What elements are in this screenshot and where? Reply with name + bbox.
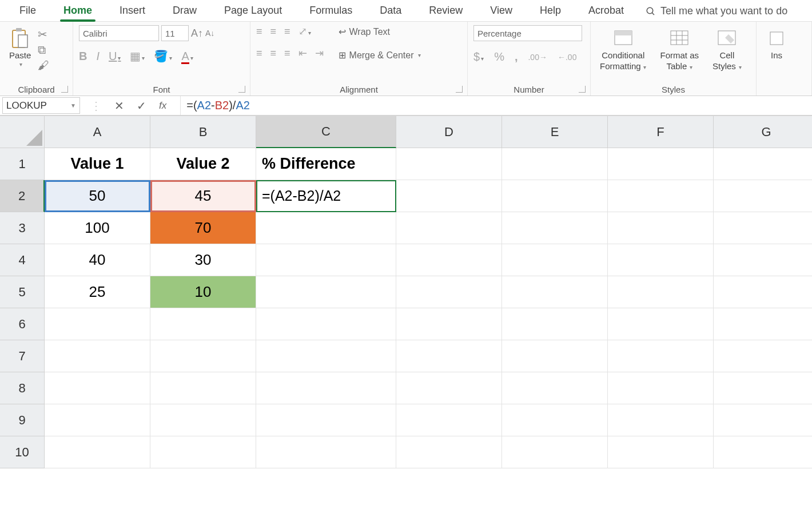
tab-formulas[interactable]: Formulas: [296, 1, 366, 21]
cell-e1[interactable]: [502, 148, 608, 180]
clipboard-launcher[interactable]: [61, 86, 68, 93]
col-header-g[interactable]: G: [714, 116, 812, 148]
cell-e9[interactable]: [502, 404, 608, 436]
cell-f5[interactable]: [608, 276, 714, 308]
cell-c4[interactable]: [256, 244, 396, 276]
cell-d7[interactable]: [396, 340, 502, 372]
cell-d2[interactable]: [396, 180, 502, 212]
cell-c5[interactable]: [256, 276, 396, 308]
copy-icon[interactable]: ⧉: [38, 43, 49, 57]
wrap-text-button[interactable]: ↩ Wrap Text: [336, 25, 424, 38]
tell-me-search[interactable]: Tell me what you want to do: [646, 5, 787, 17]
cell-d10[interactable]: [396, 436, 502, 468]
borders-button[interactable]: ▦▾: [130, 49, 145, 63]
font-launcher[interactable]: [238, 86, 245, 93]
cancel-formula-button[interactable]: ✕: [114, 99, 124, 113]
cell-a4[interactable]: 40: [45, 244, 150, 276]
cell-c3[interactable]: [256, 212, 396, 244]
italic-button[interactable]: I: [96, 50, 99, 63]
cell-f6[interactable]: [608, 308, 714, 340]
row-header-4[interactable]: 4: [0, 244, 45, 276]
tab-home[interactable]: Home: [50, 1, 106, 21]
accounting-format-button[interactable]: $▾: [473, 50, 484, 63]
tab-acrobat[interactable]: Acrobat: [575, 1, 638, 21]
format-painter-icon[interactable]: 🖌: [38, 59, 49, 72]
cell-e4[interactable]: [502, 244, 608, 276]
number-format-combo[interactable]: [473, 25, 582, 41]
cell-g9[interactable]: [714, 404, 812, 436]
format-as-table-button[interactable]: Format as Table ▾: [656, 25, 702, 73]
align-center-icon[interactable]: ≡: [270, 47, 277, 59]
font-name-combo[interactable]: [79, 25, 159, 41]
number-launcher[interactable]: [579, 86, 586, 93]
cell-f4[interactable]: [608, 244, 714, 276]
row-header-5[interactable]: 5: [0, 276, 45, 308]
cell-a7[interactable]: [45, 340, 150, 372]
align-top-icon[interactable]: ≡: [256, 26, 262, 38]
paste-button[interactable]: Paste ▾: [6, 25, 34, 70]
cell-b10[interactable]: [150, 436, 256, 468]
col-header-b[interactable]: B: [150, 116, 256, 148]
tab-data[interactable]: Data: [366, 1, 415, 21]
cell-d6[interactable]: [396, 308, 502, 340]
cell-f7[interactable]: [608, 340, 714, 372]
row-header-1[interactable]: 1: [0, 148, 45, 180]
decrease-font-icon[interactable]: A↓: [205, 29, 214, 38]
cell-g6[interactable]: [714, 308, 812, 340]
cell-b2[interactable]: 45: [150, 180, 256, 212]
row-header-7[interactable]: 7: [0, 340, 45, 372]
cell-b3[interactable]: 70: [150, 212, 256, 244]
cell-c8[interactable]: [256, 372, 396, 404]
fx-icon[interactable]: fx: [159, 100, 166, 112]
cell-f10[interactable]: [608, 436, 714, 468]
cell-b7[interactable]: [150, 340, 256, 372]
conditional-formatting-button[interactable]: Conditional Formatting ▾: [596, 25, 650, 73]
increase-indent-icon[interactable]: ⇥: [315, 47, 324, 59]
tab-help[interactable]: Help: [526, 1, 575, 21]
cell-e5[interactable]: [502, 276, 608, 308]
decrease-decimal-button[interactable]: ←.00: [558, 53, 576, 62]
cell-b5[interactable]: 10: [150, 276, 256, 308]
comma-format-button[interactable]: ,: [515, 50, 518, 63]
orientation-icon[interactable]: ⤢▾: [298, 25, 311, 38]
cell-g10[interactable]: [714, 436, 812, 468]
increase-decimal-button[interactable]: .00→: [528, 53, 547, 62]
cell-e10[interactable]: [502, 436, 608, 468]
cell-d3[interactable]: [396, 212, 502, 244]
cell-d1[interactable]: [396, 148, 502, 180]
cell-a10[interactable]: [45, 436, 150, 468]
cell-c10[interactable]: [256, 436, 396, 468]
tab-insert[interactable]: Insert: [106, 1, 159, 21]
align-bottom-icon[interactable]: ≡: [284, 26, 290, 38]
name-box[interactable]: LOOKUP ▼: [2, 97, 80, 114]
row-header-3[interactable]: 3: [0, 212, 45, 244]
cell-g5[interactable]: [714, 276, 812, 308]
cell-e6[interactable]: [502, 308, 608, 340]
cell-a6[interactable]: [45, 308, 150, 340]
select-all-corner[interactable]: [0, 116, 45, 148]
tab-view[interactable]: View: [476, 1, 526, 21]
formula-bar[interactable]: =(A2-B2)/A2: [181, 96, 812, 115]
cell-c2[interactable]: =(A2-B2)/A2: [256, 180, 396, 212]
fill-color-button[interactable]: 🪣▾: [154, 49, 172, 63]
cell-e2[interactable]: [502, 180, 608, 212]
alignment-launcher[interactable]: [456, 86, 463, 93]
cell-g8[interactable]: [714, 372, 812, 404]
cell-a1[interactable]: Value 1: [45, 148, 150, 180]
enter-formula-button[interactable]: ✓: [137, 99, 146, 113]
cell-b6[interactable]: [150, 308, 256, 340]
cell-g4[interactable]: [714, 244, 812, 276]
cell-f9[interactable]: [608, 404, 714, 436]
font-size-combo[interactable]: [161, 25, 189, 41]
col-header-c[interactable]: C: [256, 116, 396, 148]
insert-omitted-button[interactable]: Ins: [762, 25, 791, 62]
increase-font-icon[interactable]: A↑: [191, 27, 203, 39]
cell-b4[interactable]: 30: [150, 244, 256, 276]
cell-d9[interactable]: [396, 404, 502, 436]
cell-b8[interactable]: [150, 372, 256, 404]
cell-e7[interactable]: [502, 340, 608, 372]
row-header-10[interactable]: 10: [0, 436, 45, 468]
cell-styles-button[interactable]: Cell Styles ▾: [709, 25, 745, 73]
align-middle-icon[interactable]: ≡: [270, 26, 277, 38]
bold-button[interactable]: B: [79, 50, 87, 63]
